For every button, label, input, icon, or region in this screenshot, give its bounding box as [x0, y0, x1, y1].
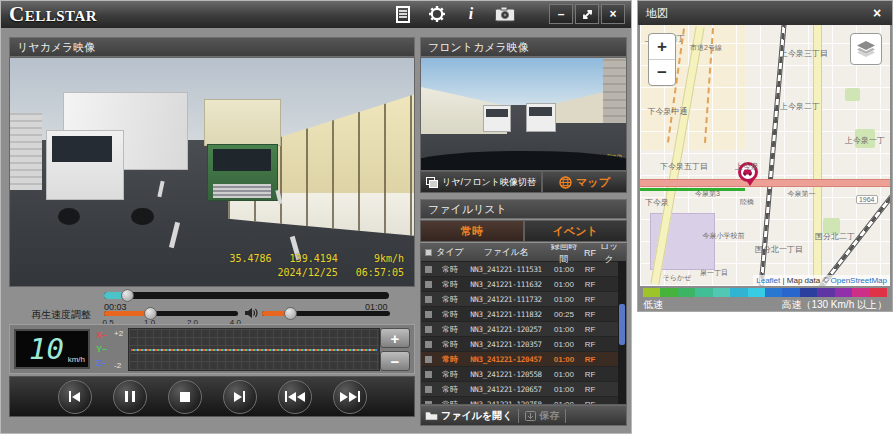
dashboard-silhouette	[420, 151, 627, 171]
seek-slider[interactable]	[104, 292, 389, 299]
front-camera-video: 35.4786 139.4194 9km/h2024/12/25 06:57:0…	[420, 57, 627, 171]
minimize-button[interactable]: –	[549, 4, 573, 24]
legend-low-label: 低速	[643, 298, 663, 312]
range-top: +2	[114, 329, 123, 338]
table-row[interactable]: 常時NN3_241221-11173201:00RF	[421, 292, 626, 307]
volume-slider[interactable]	[262, 311, 390, 316]
table-row[interactable]: 常時NN3_241221-11153101:00RF	[421, 262, 626, 277]
rear-camera-video: 35.4786 139.4194 9km/h2024/12/25 06:57:0…	[9, 57, 415, 287]
filelist-footer: ファイルを開く 保存	[420, 405, 627, 426]
table-row[interactable]: 常時NN3_241221-12035701:00RF	[421, 337, 626, 352]
table-row[interactable]: 常時NN3_241221-11163201:00RF	[421, 277, 626, 292]
row-checkbox[interactable]	[425, 326, 432, 333]
map-titlebar: 地図 ×	[638, 1, 892, 25]
green-truck	[204, 99, 281, 218]
scrollbar-thumb[interactable]	[619, 304, 625, 345]
speed-adjust-label: 再生速度調整	[31, 308, 91, 322]
row-checkbox[interactable]	[425, 281, 432, 288]
map-title: 地図	[646, 6, 668, 21]
route-shield: 1964	[856, 195, 878, 204]
main-titlebar: CELLSTAR i – ×	[1, 1, 631, 28]
file-list-icon[interactable]	[391, 4, 415, 24]
row-checkbox[interactable]	[425, 356, 432, 363]
layers-icon	[857, 41, 875, 57]
tab-normal[interactable]: 常時	[420, 220, 524, 242]
main-window: CELLSTAR i – ×	[0, 0, 632, 434]
road-yellow-right	[813, 25, 822, 286]
scrollbar[interactable]	[618, 261, 626, 404]
settings-gear-icon[interactable]	[425, 4, 449, 24]
gsensor-trace	[131, 349, 377, 351]
map-zoom-out-button[interactable]: −	[649, 60, 675, 85]
graph-zoom-out-button[interactable]: −	[380, 351, 410, 371]
stop-button[interactable]	[168, 380, 202, 414]
seek-handle[interactable]	[121, 289, 134, 302]
row-checkbox[interactable]	[425, 296, 432, 303]
map-layers-button[interactable]	[850, 33, 882, 65]
transport-bar	[9, 376, 415, 417]
tab-event[interactable]: イベント	[524, 220, 628, 242]
table-row[interactable]: 常時NN3_241221-12065701:00RF	[421, 382, 626, 397]
van-right	[526, 103, 557, 132]
meter-panel: 10 km/h X– Y– Z– +2 -2 + −	[9, 324, 415, 374]
globe-icon	[559, 176, 572, 189]
map-close-button[interactable]: ×	[868, 5, 886, 21]
map-canvas[interactable]: 1964 上今泉四丁 市道2号線 上今泉三丁目 上今泉二丁 下今泉中通 上今泉一…	[640, 25, 890, 286]
speed-gradient-bar	[643, 288, 887, 297]
leaflet-link[interactable]: Leaflet	[756, 276, 780, 285]
seek-area: 00:03 01:00 再生速度調整 0.5 1.0 2.0 4.0	[9, 290, 415, 320]
front-camera-title: フロントカメラ映像	[420, 37, 627, 57]
white-truck	[46, 92, 187, 217]
filelist-tabs: 常時 イベント	[420, 220, 627, 242]
map-zoom-control: + −	[648, 33, 676, 86]
next-file-button[interactable]	[333, 380, 367, 414]
step-forward-button[interactable]	[223, 380, 257, 414]
row-checkbox[interactable]	[425, 341, 432, 348]
pause-button[interactable]	[113, 380, 147, 414]
map-zoom-in-button[interactable]: +	[649, 34, 675, 60]
map-window: 地図 × 1964 上今泉四丁 市道2号線 上今泉三丁目 上今泉二	[637, 0, 893, 312]
axis-z-label: Z–	[96, 358, 107, 368]
screen: CELLSTAR i – ×	[0, 0, 893, 434]
info-icon[interactable]: i	[459, 4, 483, 24]
step-back-button[interactable]	[58, 380, 92, 414]
osm-link[interactable]: OpenStreetMap	[831, 276, 887, 285]
speed-unit: km/h	[68, 355, 85, 364]
row-checkbox[interactable]	[425, 266, 432, 273]
map-attribution: Leaflet | Map data © OpenStreetMap	[753, 275, 890, 286]
cellstar-logo: CELLSTAR	[9, 2, 97, 27]
speed-slider[interactable]: 0.5 1.0 2.0 4.0	[104, 311, 238, 316]
close-button[interactable]: ×	[601, 4, 625, 24]
van-left	[483, 105, 512, 132]
speed-legend: 低速 高速（130 Km/h 以上）	[640, 286, 890, 311]
axis-x-label: X–	[96, 330, 107, 340]
table-row[interactable]: 常時NN3_241221-12075801:00RF	[421, 397, 626, 405]
front-buttons-row: リヤ/フロント映像切替 マップ	[420, 171, 627, 193]
graph-zoom-in-button[interactable]: +	[380, 328, 410, 348]
table-row[interactable]: 常時NN3_241221-12055801:00RF	[421, 367, 626, 382]
truck-far-left	[10, 113, 42, 191]
filelist-table: タイプ ファイル名 録画時間 RF ロック 常時NN3_241221-11153…	[420, 243, 627, 405]
select-all-checkbox[interactable]	[425, 249, 432, 256]
table-row[interactable]: 常時NN3_241221-11183200:25RF	[421, 307, 626, 322]
camera-switch-button[interactable]: リヤ/フロント映像切替	[420, 171, 542, 193]
folder-icon	[425, 411, 438, 421]
maximize-button[interactable]	[575, 4, 599, 24]
window-controls: – ×	[549, 4, 625, 24]
map-button[interactable]: マップ	[542, 171, 627, 193]
snapshot-camera-icon[interactable]	[493, 4, 517, 24]
volume-handle[interactable]	[284, 307, 297, 320]
prev-file-button[interactable]	[278, 380, 312, 414]
save-button[interactable]: 保存	[525, 409, 559, 423]
row-checkbox[interactable]	[425, 386, 432, 393]
open-file-button[interactable]: ファイルを開く	[425, 409, 512, 423]
volume-icon	[245, 307, 258, 319]
rear-camera-title: リヤカメラ映像	[9, 37, 415, 57]
gps-track-line	[640, 188, 745, 191]
row-checkbox[interactable]	[425, 311, 432, 318]
table-row-selected[interactable]: 常時NN3_241221-12045701:00RF	[421, 352, 626, 367]
table-row[interactable]: 常時NN3_241221-12025701:00RF	[421, 322, 626, 337]
row-checkbox[interactable]	[425, 371, 432, 378]
rear-gps-overlay: 35.4786 139.4194 9km/h2024/12/25 06:57:0…	[229, 252, 404, 280]
camera-switch-icon	[426, 177, 438, 188]
